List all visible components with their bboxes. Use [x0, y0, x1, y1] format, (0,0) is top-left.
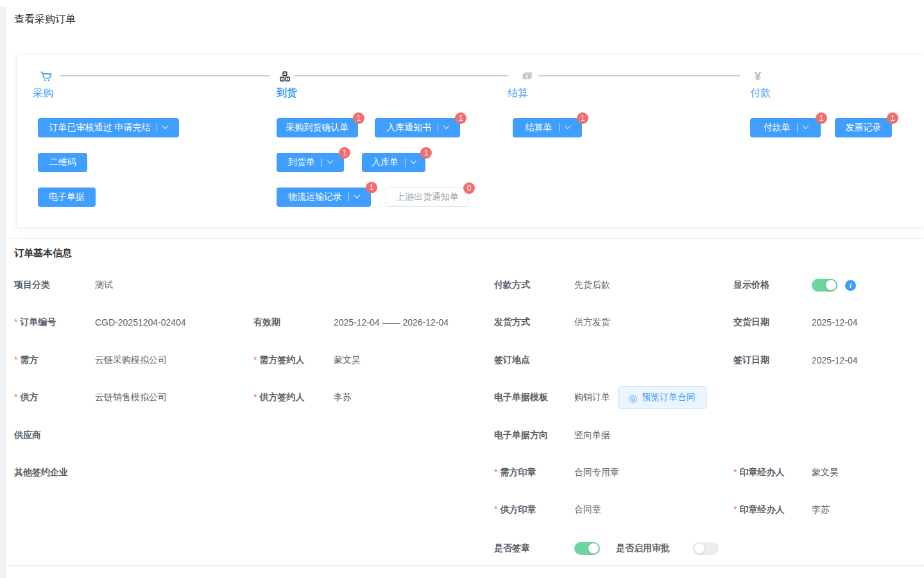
field-value: 合同章 — [574, 504, 601, 516]
field-label: 发货方式 — [494, 317, 574, 328]
logistics-record-button[interactable]: 物流运输记录 1 — [277, 188, 371, 207]
field-label: 交货日期 — [733, 317, 812, 328]
field-label: *需方 — [14, 355, 95, 366]
divider — [559, 123, 560, 132]
chevron-down-icon — [327, 157, 334, 164]
divider — [321, 158, 322, 167]
chevron-down-icon — [162, 123, 169, 129]
button-label: 发票记录 — [846, 122, 882, 134]
stage-label-settlement: 结算 — [508, 87, 528, 100]
edoc-button[interactable]: 电子单据 — [38, 188, 96, 207]
section-divider — [6, 238, 924, 239]
page-gutter — [0, 6, 6, 578]
stage-label-procurement: 采购 — [33, 87, 53, 100]
field-value: CGD-20251204-02404 — [95, 317, 186, 328]
field-buyer-seal-agent: *印章经办人 蒙文昊 — [733, 466, 839, 480]
field-project-category: 项目分类 测试 — [14, 278, 113, 292]
field-label: 是否启用审批 — [616, 543, 693, 554]
button-label: 结算单 — [526, 122, 552, 134]
field-delivery-date: 交货日期 2025-12-04 — [733, 315, 858, 329]
inbound-note-button[interactable]: 入库单 1 — [362, 153, 425, 172]
field-buyer-signer: *需方签约人 蒙文昊 — [253, 353, 361, 367]
field-buyer: *需方 云链采购模拟公司 — [14, 353, 167, 367]
button-label: 上游出货通知单 — [396, 191, 459, 203]
info-icon[interactable]: i — [845, 280, 856, 291]
button-label: 预览订单合同 — [642, 392, 696, 403]
inbound-notice-button[interactable]: 入库通知书 1 — [375, 118, 460, 137]
stage-label-payment: 付款 — [750, 87, 771, 100]
field-show-price: 显示价格 i — [733, 278, 856, 292]
button-label: 采购到货确认单 — [286, 122, 349, 134]
button-label: 二维码 — [49, 157, 76, 168]
button-label: 入库通知书 — [386, 122, 431, 134]
eye-icon: ◎ — [629, 393, 637, 403]
chevron-down-icon — [443, 123, 450, 129]
field-label: 其他签约企业 — [14, 467, 95, 478]
sign-seal-toggle[interactable] — [574, 542, 600, 555]
field-approval: 是否启用审批 — [616, 541, 719, 556]
field-label: 签订地点 — [494, 355, 574, 366]
field-label: 付款方式 — [494, 279, 574, 291]
workflow-card: ¥ ¥ 采购 到货 结算 付款 订单已审核通过 申请完结 二维码 电子单据 采购… — [16, 54, 924, 228]
field-other-companies: 其他签约企业 — [14, 466, 95, 480]
field-payment-method: 付款方式 先货后款 — [494, 278, 610, 292]
banknote-icon: ¥ — [521, 70, 534, 85]
divider — [438, 123, 438, 132]
field-edoc-direction: 电子单据方向 竖向单据 — [494, 428, 610, 442]
count-badge: 0 — [463, 182, 475, 194]
field-value: 李苏 — [812, 504, 830, 516]
page-title: 查看采购订单 — [14, 13, 76, 26]
boxes-icon — [278, 70, 291, 85]
field-value: 云链采购模拟公司 — [95, 355, 167, 366]
approval-toggle[interactable] — [693, 542, 719, 555]
preview-contract-button[interactable]: ◎ 预览订单合同 — [618, 386, 706, 409]
count-badge: 1 — [353, 112, 364, 124]
field-label: *需方印章 — [494, 467, 574, 478]
chevron-down-icon — [564, 123, 570, 129]
field-label: 显示价格 — [733, 279, 812, 291]
field-label: 是否签章 — [494, 543, 574, 554]
settlement-button[interactable]: 结算单 1 — [513, 118, 582, 137]
field-label: *需方签约人 — [253, 355, 334, 366]
count-badge: 1 — [455, 112, 466, 124]
payment-button[interactable]: 付款单 1 — [750, 118, 821, 137]
section-title: 订单基本信息 — [14, 247, 72, 259]
invoice-record-button[interactable]: 发票记录 1 — [835, 118, 892, 137]
stage-connector — [60, 75, 270, 76]
count-badge: 1 — [366, 182, 377, 193]
chevron-down-icon — [802, 123, 809, 129]
stage-label-arrival: 到货 — [277, 87, 297, 100]
field-supplier-seal: *供方印章 合同章 — [494, 503, 601, 517]
field-value: 购销订单 — [574, 392, 610, 403]
qrcode-button[interactable]: 二维码 — [38, 153, 87, 172]
stage-connector — [538, 75, 740, 76]
field-value: 云链销售模拟公司 — [95, 392, 167, 403]
field-value: 供方发货 — [574, 317, 610, 328]
button-label: 物流运输记录 — [288, 191, 342, 203]
count-badge: 1 — [887, 112, 898, 124]
arrival-confirm-button[interactable]: 采购到货确认单 1 — [277, 118, 358, 137]
field-value: 竖向单据 — [574, 430, 610, 441]
field-supplier-seal-agent: *印章经办人 李苏 — [733, 503, 830, 517]
field-sign-place: 签订地点 — [494, 353, 574, 367]
stage-connector — [295, 75, 508, 76]
cart-icon — [40, 70, 53, 85]
field-label: *供方 — [14, 392, 95, 403]
order-status-button[interactable]: 订单已审核通过 申请完结 — [38, 118, 179, 137]
divider — [348, 193, 349, 202]
divider — [157, 123, 157, 132]
upstream-shipment-notice-button[interactable]: 上游出货通知单 0 — [386, 188, 469, 207]
chevron-down-icon — [411, 157, 417, 164]
field-label: *印章经办人 — [733, 467, 812, 478]
field-delivery-method: 发货方式 供方发货 — [494, 315, 610, 329]
field-label: 电子单据模板 — [494, 392, 574, 403]
field-value: 蒙文昊 — [334, 355, 361, 366]
field-supplier-signer: *供方签约人 李苏 — [253, 390, 352, 405]
count-badge: 1 — [339, 147, 350, 159]
field-label: *印章经办人 — [733, 504, 812, 516]
arrival-note-button[interactable]: 到货单 1 — [277, 153, 344, 172]
button-label: 电子单据 — [49, 191, 85, 203]
field-label: *供方印章 — [494, 504, 574, 516]
button-label: 付款单 — [764, 122, 791, 134]
show-price-toggle[interactable] — [812, 279, 837, 292]
